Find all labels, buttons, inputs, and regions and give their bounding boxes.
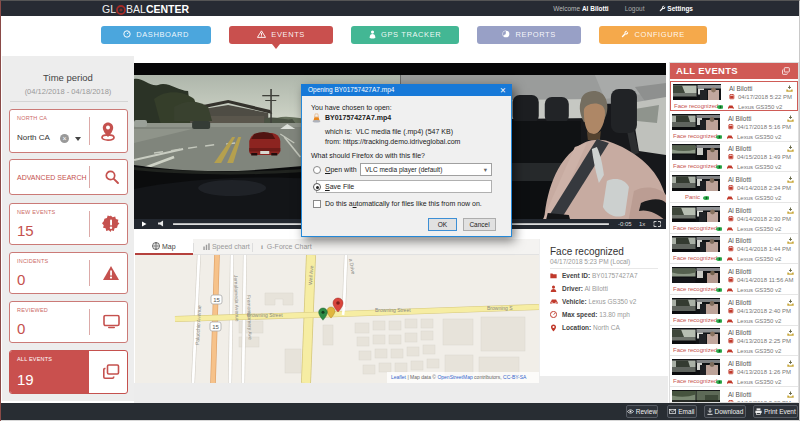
svg-text:Browning Street: Browning Street (375, 307, 411, 313)
svg-text:1x: 1x (639, 222, 645, 228)
svg-text:15: 15 (213, 297, 220, 303)
svg-text:Browning S: Browning S (487, 305, 513, 311)
svg-text:-0:05: -0:05 (618, 222, 632, 228)
svg-text:15: 15 (212, 324, 219, 330)
svg-text:Leaflet | Map data © OpenStree: Leaflet | Map data © OpenStreetMap contr… (391, 374, 527, 380)
